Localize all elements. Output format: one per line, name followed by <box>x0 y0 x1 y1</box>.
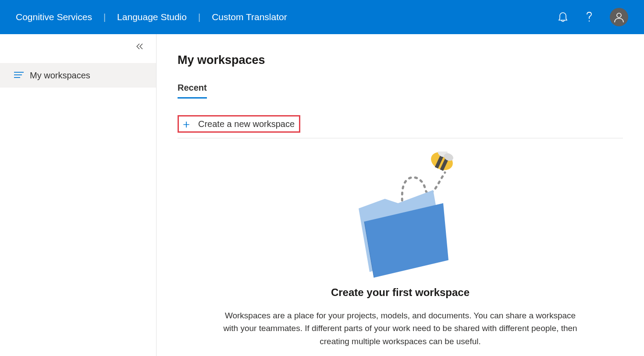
sidebar: My workspaces <box>0 34 157 356</box>
svg-point-1 <box>617 13 621 18</box>
breadcrumb-cognitive-services[interactable]: Cognitive Services <box>16 12 92 22</box>
folder-illustration <box>334 152 466 278</box>
main-content: My workspaces Recent ＋ Create a new work… <box>157 34 644 356</box>
breadcrumb-divider: | <box>198 12 200 22</box>
breadcrumb: Cognitive Services | Language Studio | C… <box>16 12 287 22</box>
breadcrumb-language-studio[interactable]: Language Studio <box>117 12 187 22</box>
svg-point-0 <box>589 21 590 21</box>
empty-state-title: Create your first workspace <box>331 286 470 299</box>
create-workspace-button[interactable]: ＋ Create a new workspace <box>178 115 300 133</box>
tab-recent[interactable]: Recent <box>178 83 207 99</box>
plus-icon: ＋ <box>181 118 192 130</box>
help-icon[interactable] <box>584 11 595 23</box>
avatar[interactable] <box>610 8 628 26</box>
header-right <box>557 8 628 26</box>
breadcrumb-custom-translator[interactable]: Custom Translator <box>212 12 287 22</box>
empty-state-description: Workspaces are a place for your projects… <box>221 309 580 348</box>
list-icon <box>14 70 24 81</box>
page-title: My workspaces <box>178 53 623 67</box>
app-header: Cognitive Services | Language Studio | C… <box>0 0 644 34</box>
notifications-icon[interactable] <box>557 11 569 23</box>
tabs: Recent <box>178 83 623 99</box>
empty-state: Create your first workspace Workspaces a… <box>178 138 623 348</box>
sidebar-item-my-workspaces[interactable]: My workspaces <box>0 63 156 88</box>
sidebar-item-label: My workspaces <box>30 70 90 81</box>
collapse-sidebar-icon[interactable] <box>0 43 156 63</box>
create-workspace-label: Create a new workspace <box>198 119 295 129</box>
toolbar: ＋ Create a new workspace <box>178 115 623 138</box>
breadcrumb-divider: | <box>103 12 106 22</box>
